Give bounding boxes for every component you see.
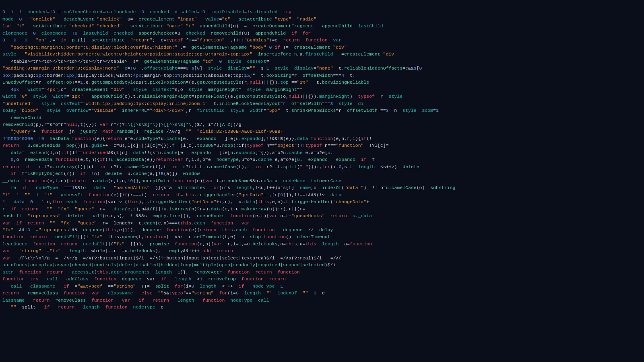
code-text: 0 1 1 checked=!0 t.noCloneChecked=u.clon… (0, 0, 644, 319)
code-background: 0 1 1 checked=!0 t.noCloneChecked=u.clon… (0, 0, 644, 362)
